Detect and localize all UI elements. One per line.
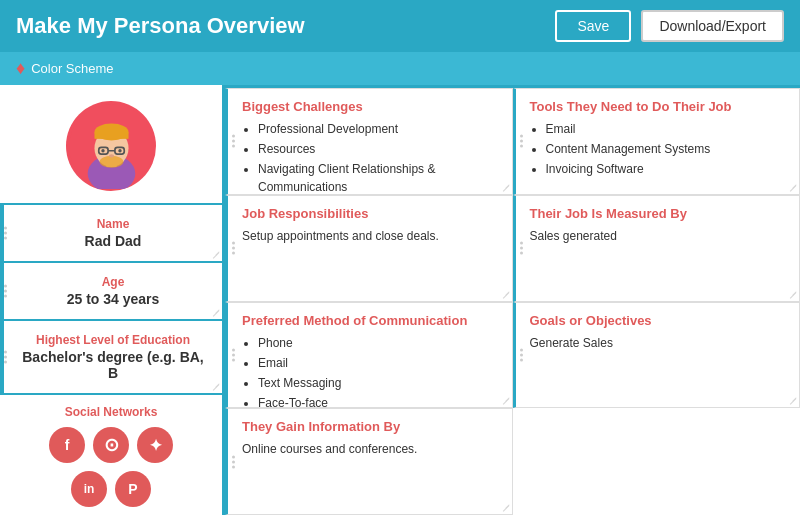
drag-handle[interactable] xyxy=(4,351,7,364)
name-label: Name xyxy=(16,217,210,231)
card-content-job-responsibilities: Setup appointments and close deals. xyxy=(242,227,498,245)
age-section: Age 25 to 34 years xyxy=(0,263,222,321)
drag-handle[interactable] xyxy=(232,242,235,255)
twitter-icon[interactable]: ✦ xyxy=(137,427,173,463)
list-item: Navigating Client Relationships & Commun… xyxy=(258,160,498,195)
header: Make My Persona Overview Save Download/E… xyxy=(0,0,800,52)
card-biggest-challenges: Biggest ChallengesProfessional Developme… xyxy=(225,88,513,195)
card-title-job-measured-by: Their Job Is Measured By xyxy=(530,206,786,221)
svg-point-9 xyxy=(101,149,104,152)
resize-handle[interactable] xyxy=(787,182,797,192)
card-preferred-communication: Preferred Method of CommunicationPhoneEm… xyxy=(225,302,513,409)
header-actions: Save Download/Export xyxy=(555,10,784,42)
card-goals-objectives: Goals or ObjectivesGenerate Sales xyxy=(513,302,801,409)
color-scheme-label[interactable]: Color Scheme xyxy=(31,61,113,76)
list-item: Text Messaging xyxy=(258,374,498,392)
svg-point-10 xyxy=(118,149,121,152)
card-title-biggest-challenges: Biggest Challenges xyxy=(242,99,498,114)
avatar xyxy=(66,101,156,191)
save-button[interactable]: Save xyxy=(555,10,631,42)
pinterest-icon[interactable]: P xyxy=(115,471,151,507)
drag-handle[interactable] xyxy=(232,348,235,361)
facebook-icon[interactable]: f xyxy=(49,427,85,463)
social-section: Social Networks f ⊙ ✦ in P xyxy=(0,395,222,518)
drag-handle[interactable] xyxy=(4,285,7,298)
drag-handle[interactable] xyxy=(520,348,523,361)
svg-point-11 xyxy=(99,155,123,167)
right-panel: Biggest ChallengesProfessional Developme… xyxy=(225,85,800,515)
card-title-gain-information: They Gain Information By xyxy=(242,419,498,434)
card-content-gain-information: Online courses and conferences. xyxy=(242,440,498,458)
svg-rect-5 xyxy=(94,132,128,139)
card-job-measured-by: Their Job Is Measured BySales generated xyxy=(513,195,801,302)
drag-handle[interactable] xyxy=(520,242,523,255)
education-section: Highest Level of Education Bachelor's de… xyxy=(0,321,222,395)
color-scheme-icon[interactable]: ♦ xyxy=(16,58,25,79)
card-title-tools-they-need: Tools They Need to Do Their Job xyxy=(530,99,786,114)
social-icons-row-2: in P xyxy=(12,471,210,507)
list-item: Face-To-face xyxy=(258,394,498,409)
age-label: Age xyxy=(16,275,210,289)
drag-handle[interactable] xyxy=(520,135,523,148)
education-value: Bachelor's degree (e.g. BA, B xyxy=(16,349,210,381)
linkedin-icon[interactable]: in xyxy=(71,471,107,507)
drag-handle[interactable] xyxy=(232,455,235,468)
card-gain-information: They Gain Information ByOnline courses a… xyxy=(225,408,513,515)
list-item: Invoicing Software xyxy=(546,160,786,178)
resize-handle[interactable] xyxy=(210,249,220,259)
card-content-tools-they-need: EmailContent Management SystemsInvoicing… xyxy=(530,120,786,178)
resize-handle[interactable] xyxy=(500,182,510,192)
resize-handle[interactable] xyxy=(787,289,797,299)
list-item: Content Management Systems xyxy=(546,140,786,158)
card-content-goals-objectives: Generate Sales xyxy=(530,334,786,352)
card-content-job-measured-by: Sales generated xyxy=(530,227,786,245)
name-section: Name Rad Dad xyxy=(0,205,222,263)
card-content-biggest-challenges: Professional DevelopmentResourcesNavigat… xyxy=(242,120,498,195)
list-item: Email xyxy=(258,354,498,372)
main-content: Name Rad Dad Age 25 to 34 years Highest … xyxy=(0,85,800,515)
resize-handle[interactable] xyxy=(500,502,510,512)
list-item: Email xyxy=(546,120,786,138)
card-title-goals-objectives: Goals or Objectives xyxy=(530,313,786,328)
resize-handle[interactable] xyxy=(500,395,510,405)
page-title: Make My Persona Overview xyxy=(16,13,305,39)
list-item: Phone xyxy=(258,334,498,352)
social-icons-row-1: f ⊙ ✦ xyxy=(12,427,210,463)
subheader: ♦ Color Scheme xyxy=(0,52,800,85)
resize-handle[interactable] xyxy=(210,307,220,317)
list-item: Resources xyxy=(258,140,498,158)
drag-handle[interactable] xyxy=(232,135,235,148)
list-item: Professional Development xyxy=(258,120,498,138)
drag-handle[interactable] xyxy=(4,227,7,240)
resize-handle[interactable] xyxy=(787,395,797,405)
name-value: Rad Dad xyxy=(16,233,210,249)
education-label: Highest Level of Education xyxy=(16,333,210,347)
resize-handle[interactable] xyxy=(210,381,220,391)
social-title: Social Networks xyxy=(12,405,210,419)
card-title-preferred-communication: Preferred Method of Communication xyxy=(242,313,498,328)
download-button[interactable]: Download/Export xyxy=(641,10,784,42)
avatar-section xyxy=(0,85,222,205)
resize-handle[interactable] xyxy=(500,289,510,299)
card-tools-they-need: Tools They Need to Do Their JobEmailCont… xyxy=(513,88,801,195)
left-panel: Name Rad Dad Age 25 to 34 years Highest … xyxy=(0,85,225,515)
age-value: 25 to 34 years xyxy=(16,291,210,307)
card-title-job-responsibilities: Job Responsibilities xyxy=(242,206,498,221)
card-job-responsibilities: Job ResponsibilitiesSetup appointments a… xyxy=(225,195,513,302)
instagram-icon[interactable]: ⊙ xyxy=(93,427,129,463)
card-content-preferred-communication: PhoneEmailText MessagingFace-To-face xyxy=(242,334,498,409)
svg-point-12 xyxy=(108,154,113,157)
